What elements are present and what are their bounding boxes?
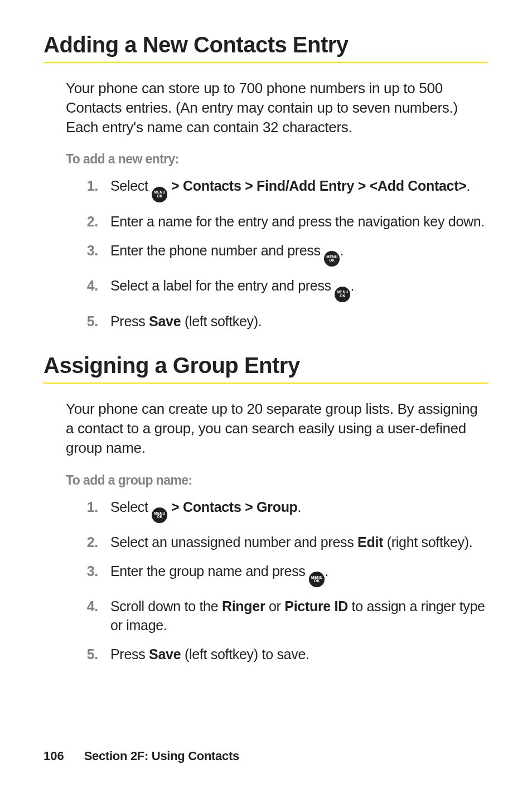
- menu-ok-icon: MENUOK: [324, 251, 340, 267]
- page-number: 106: [43, 749, 64, 763]
- list-item: 4. Select a label for the entry and pres…: [83, 277, 489, 302]
- step-body: Press Save (left softkey) to save.: [110, 645, 489, 664]
- list-item: 5. Press Save (left softkey).: [83, 312, 489, 331]
- list-item: 5. Press Save (left softkey) to save.: [83, 645, 489, 664]
- step-number: 3.: [83, 562, 98, 588]
- step-number: 1.: [83, 177, 98, 202]
- text-bold: Edit: [357, 534, 383, 550]
- text-bold: Save: [149, 313, 181, 329]
- step-body: Select MENUOK > Contacts > Group.: [110, 498, 489, 524]
- heading-adding-contacts: Adding a New Contacts Entry: [43, 32, 489, 57]
- steps-add-group: 1. Select MENUOK > Contacts > Group. 2. …: [83, 498, 489, 664]
- step-number: 2.: [83, 533, 98, 552]
- text: Scroll down to the: [110, 598, 222, 614]
- step-number: 4.: [83, 277, 98, 302]
- text: .: [298, 499, 302, 515]
- step-body: Select a label for the entry and press M…: [110, 277, 489, 302]
- list-item: 2. Enter a name for the entry and press …: [83, 212, 489, 231]
- step-body: Press Save (left softkey).: [110, 312, 489, 331]
- subheading-add-group: To add a group name:: [66, 473, 489, 488]
- step-number: 1.: [83, 498, 98, 524]
- menu-ok-icon: MENUOK: [152, 187, 167, 202]
- text-bold: > Contacts > Find/Add Entry > <Add Conta…: [167, 178, 466, 194]
- list-item: 1. Select MENUOK > Contacts > Group.: [83, 498, 489, 524]
- step-number: 4.: [83, 597, 98, 635]
- text: Select an unassigned number and press: [110, 534, 357, 550]
- text: (left softkey).: [181, 313, 262, 329]
- menu-ok-icon: MENUOK: [309, 572, 325, 587]
- subheading-add-entry: To add a new entry:: [66, 152, 489, 167]
- step-number: 3.: [83, 241, 98, 267]
- step-body: Select MENUOK > Contacts > Find/Add Entr…: [110, 177, 489, 202]
- step-body: Select an unassigned number and press Ed…: [110, 533, 489, 552]
- text: .: [325, 563, 328, 579]
- text: Select: [110, 499, 152, 515]
- step-number: 5.: [83, 312, 98, 331]
- list-item: 3. Enter the phone number and press MENU…: [83, 241, 489, 267]
- section-label: Section 2F: Using Contacts: [84, 749, 239, 763]
- section-group-entry: Assigning a Group Entry Your phone can c…: [43, 353, 489, 664]
- text: or: [265, 598, 284, 614]
- text-bold: Save: [149, 646, 181, 662]
- text: .: [467, 178, 471, 194]
- footer: 106 Section 2F: Using Contacts: [43, 749, 239, 763]
- menu-ok-icon: MENUOK: [335, 287, 350, 302]
- page: Adding a New Contacts Entry Your phone c…: [0, 0, 532, 798]
- heading-rule: [43, 383, 489, 384]
- text: Press: [110, 313, 149, 329]
- steps-add-entry: 1. Select MENUOK > Contacts > Find/Add E…: [83, 177, 489, 331]
- step-number: 5.: [83, 645, 98, 664]
- text: Enter the phone number and press: [110, 243, 324, 258]
- text: .: [340, 243, 344, 258]
- step-body: Scroll down to the Ringer or Picture ID …: [110, 597, 489, 635]
- text: Enter the group name and press: [110, 563, 309, 579]
- text-bold: Picture ID: [284, 598, 348, 614]
- list-item: 2. Select an unassigned number and press…: [83, 533, 489, 552]
- intro-paragraph: Your phone can store up to 700 phone num…: [66, 79, 489, 137]
- text: Select: [110, 178, 152, 194]
- intro-paragraph: Your phone can create up to 20 separate …: [66, 399, 489, 458]
- text-bold: > Contacts > Group: [167, 499, 297, 515]
- text: .: [350, 278, 354, 293]
- text: (left softkey) to save.: [181, 646, 309, 662]
- heading-assigning-group: Assigning a Group Entry: [43, 353, 489, 378]
- menu-ok-icon: MENUOK: [152, 507, 167, 523]
- list-item: 1. Select MENUOK > Contacts > Find/Add E…: [83, 177, 489, 202]
- text-bold: Ringer: [222, 598, 265, 614]
- step-body: Enter the phone number and press MENUOK.: [110, 241, 489, 267]
- text: (right softkey).: [383, 534, 472, 550]
- text: Select a label for the entry and press: [110, 278, 335, 293]
- step-number: 2.: [83, 212, 98, 231]
- step-body: Enter the group name and press MENUOK.: [110, 562, 489, 588]
- step-body: Enter a name for the entry and press the…: [110, 212, 489, 231]
- text: Press: [110, 646, 149, 662]
- heading-rule: [43, 62, 489, 63]
- list-item: 4. Scroll down to the Ringer or Picture …: [83, 597, 489, 635]
- list-item: 3. Enter the group name and press MENUOK…: [83, 562, 489, 588]
